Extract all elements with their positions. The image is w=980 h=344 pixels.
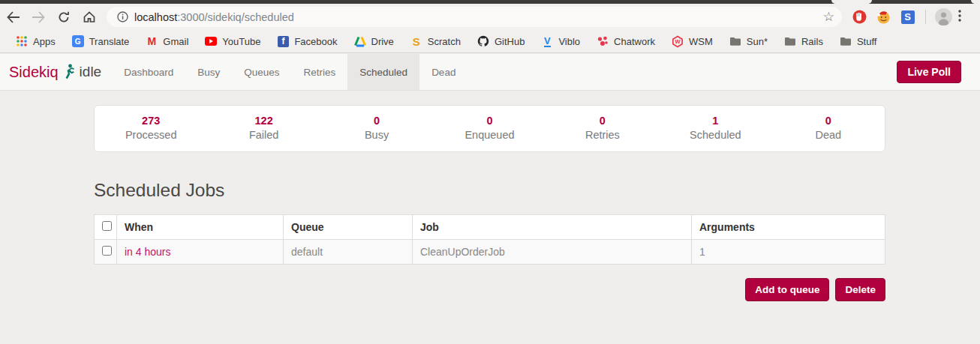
bookmark-viblo[interactable]: V Viblo — [533, 31, 588, 51]
add-to-queue-button[interactable]: Add to queue — [745, 278, 829, 301]
column-when: When — [117, 215, 284, 240]
s-extension-icon[interactable]: S — [900, 10, 915, 24]
bookmark-folder-stuff[interactable]: Stuff — [831, 31, 885, 51]
back-icon — [8, 12, 20, 22]
gmail-icon: M — [146, 35, 158, 47]
wsm-hexagon-icon: W — [672, 35, 684, 47]
svg-text:W: W — [675, 38, 681, 45]
adblock-extension-icon[interactable] — [852, 10, 867, 24]
table-header-row: When Queue Job Arguments — [95, 215, 885, 240]
job-queue[interactable]: default — [284, 240, 413, 265]
sidekiq-brand[interactable]: Sidekiq idle — [0, 54, 112, 90]
folder-icon — [784, 35, 796, 47]
stats-summary-card: 273 Processed 122 Failed 0 Busy 0 Enqueu… — [94, 105, 885, 152]
tab-queues[interactable]: Queues — [232, 54, 291, 90]
select-all-checkbox[interactable] — [102, 221, 112, 231]
stat-failed: 122 Failed — [207, 115, 320, 141]
person-icon — [935, 8, 952, 25]
chatwork-icon — [597, 35, 609, 47]
url-host: localhost — [134, 11, 177, 23]
emoji-santa-extension-icon[interactable] — [876, 10, 891, 24]
bookmark-star-icon[interactable]: ☆ — [823, 10, 834, 23]
kebab-menu-icon — [958, 10, 961, 22]
scheduled-jobs-table: When Queue Job Arguments in 4 hours defa… — [94, 214, 885, 265]
column-queue: Queue — [284, 215, 413, 240]
bookmark-folder-rails[interactable]: Rails — [776, 31, 831, 51]
bookmarks-bar: Apps G Translate M Gmail YouTube f Faceb… — [0, 30, 980, 53]
back-button[interactable] — [0, 6, 26, 28]
bookmark-github[interactable]: GitHub — [469, 31, 533, 51]
forward-button[interactable] — [26, 6, 51, 28]
folder-icon — [729, 35, 741, 47]
address-bar[interactable]: localhost:3000/sidekiq/scheduled ☆ — [107, 7, 842, 27]
bookmark-translate[interactable]: G Translate — [64, 31, 138, 51]
browser-menu-button[interactable] — [958, 10, 961, 25]
forward-icon — [32, 12, 44, 22]
job-class: CleanUpOrderJob — [413, 240, 692, 265]
bookmark-chatwork[interactable]: Chatwork — [588, 31, 663, 51]
github-icon — [477, 35, 489, 47]
apps-grid-icon — [16, 35, 28, 47]
reload-icon — [57, 10, 71, 24]
sidekiq-status: idle — [80, 64, 102, 80]
bookmark-drive[interactable]: Drive — [346, 31, 402, 51]
drive-icon — [354, 35, 366, 47]
table-actions: Add to queue Delete — [94, 278, 885, 301]
tab-retries[interactable]: Retries — [292, 54, 348, 90]
home-icon — [83, 10, 96, 23]
profile-avatar[interactable] — [935, 8, 952, 25]
site-info-icon[interactable] — [117, 11, 128, 22]
tab-scheduled[interactable]: Scheduled — [347, 54, 419, 90]
bookmark-folder-sun[interactable]: Sun* — [721, 31, 776, 51]
stat-scheduled: 1 Scheduled — [659, 115, 771, 141]
bookmark-apps[interactable]: Apps — [8, 31, 64, 51]
viblo-icon: V — [541, 35, 553, 47]
folder-icon — [840, 35, 852, 47]
sidekiq-navbar: Sidekiq idle Dashboard Busy Queues Retri… — [0, 54, 980, 91]
translate-icon: G — [72, 35, 84, 47]
bookmark-gmail[interactable]: M Gmail — [137, 31, 197, 51]
scratch-icon: S — [410, 35, 422, 47]
extensions-row: S — [852, 10, 915, 24]
bookmark-scratch[interactable]: S Scratch — [402, 31, 469, 51]
page-title: Scheduled Jobs — [94, 180, 885, 201]
bookmark-wsm[interactable]: W WSM — [663, 31, 721, 51]
browser-window: localhost:3000/sidekiq/scheduled ☆ S — [0, 0, 980, 344]
job-arguments: 1 — [692, 240, 885, 265]
live-poll-button[interactable]: Live Poll — [897, 61, 961, 83]
delete-button[interactable]: Delete — [835, 278, 885, 301]
facebook-icon: f — [277, 35, 289, 47]
job-when-link[interactable]: in 4 hours — [125, 246, 170, 258]
table-row: in 4 hours default CleanUpOrderJob 1 — [95, 240, 885, 265]
browser-toolbar: localhost:3000/sidekiq/scheduled ☆ S — [0, 4, 980, 30]
sidekiq-runner-icon — [63, 64, 75, 80]
column-job: Job — [413, 215, 692, 240]
row-checkbox[interactable] — [102, 246, 112, 256]
url-text[interactable]: localhost:3000/sidekiq/scheduled — [134, 11, 294, 23]
stat-retries: 0 Retries — [546, 115, 659, 141]
url-path: :3000/sidekiq/scheduled — [177, 11, 294, 23]
column-arguments: Arguments — [692, 215, 885, 240]
sidekiq-logo-text: Sidekiq — [9, 64, 59, 81]
stat-processed: 273 Processed — [95, 115, 207, 141]
stat-dead: 0 Dead — [772, 115, 885, 141]
bookmark-youtube[interactable]: YouTube — [197, 31, 269, 51]
toolbar-divider — [925, 10, 926, 24]
tab-dashboard[interactable]: Dashboard — [112, 54, 185, 90]
tab-dead[interactable]: Dead — [419, 54, 467, 90]
bookmark-facebook[interactable]: f Facebook — [269, 31, 345, 51]
home-button[interactable] — [77, 6, 102, 28]
tab-busy[interactable]: Busy — [185, 54, 232, 90]
youtube-icon — [205, 35, 217, 47]
stat-enqueued: 0 Enqueued — [433, 115, 546, 141]
stat-busy: 0 Busy — [320, 115, 433, 141]
reload-button[interactable] — [51, 6, 77, 28]
sidekiq-tabs: Dashboard Busy Queues Retries Scheduled … — [112, 54, 467, 90]
main-content: 273 Processed 122 Failed 0 Busy 0 Enqueu… — [0, 91, 980, 301]
